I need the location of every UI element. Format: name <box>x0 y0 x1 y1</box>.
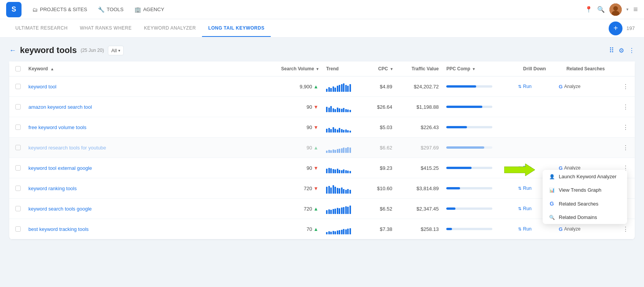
filter-dropdown[interactable]: All ▾ <box>108 46 124 55</box>
keyword-link[interactable]: keyword tool <box>28 84 56 90</box>
row-more-button[interactable]: ⋮ <box>620 83 631 91</box>
row-checkbox[interactable] <box>15 84 21 89</box>
ppc-cell <box>442 219 514 239</box>
header-keyword[interactable]: Keyword ▲ <box>25 61 262 76</box>
ppc-bar-container <box>446 146 492 149</box>
header-cpc[interactable]: CPC ▾ <box>366 61 396 76</box>
run-button[interactable]: ⇅ Run <box>518 226 551 232</box>
columns-icon[interactable]: ⠿ <box>609 46 614 55</box>
trend-chart <box>326 163 362 173</box>
row-checkbox[interactable] <box>15 186 21 191</box>
chevron-down-icon[interactable]: ▾ <box>626 7 629 12</box>
menu-icon[interactable]: ≡ <box>633 5 638 14</box>
logo-button[interactable]: S <box>6 2 22 17</box>
search-icon[interactable]: 🔍 <box>597 6 605 13</box>
run-icon: ⇅ <box>518 227 521 232</box>
analyze-button[interactable]: G Analyze <box>559 226 613 232</box>
ppc-bar-container <box>446 228 492 230</box>
avatar[interactable] <box>609 3 622 16</box>
cpc-cell: $26.64 <box>366 97 396 117</box>
nav-item-projects[interactable]: 🗂 PROJECTS & SITES <box>28 4 92 15</box>
location-icon[interactable]: 📍 <box>585 6 593 13</box>
back-button[interactable]: ← <box>9 46 16 55</box>
row-checkbox-cell <box>9 199 25 219</box>
dropdown-item-related-searches[interactable]: G Related Searches <box>543 197 627 211</box>
trend-up-icon: ▲ <box>313 84 318 90</box>
row-checkbox[interactable] <box>15 145 21 150</box>
settings-icon[interactable]: ⚙ <box>619 47 624 54</box>
tab-what-ranks-where[interactable]: WHAT RANKS WHERE <box>74 20 138 37</box>
keyword-link[interactable]: free keyword volume tools <box>28 124 86 130</box>
keyword-link[interactable]: amazon keyword search tool <box>28 104 92 110</box>
nav-right: 📍 🔍 ▾ ≡ <box>585 3 638 16</box>
keyword-link[interactable]: keyword search tools google <box>28 206 92 212</box>
table-row: free keyword volume tools 90 ▼ $5.03 $22… <box>9 117 635 138</box>
trend-cell <box>322 138 366 158</box>
row-checkbox[interactable] <box>15 226 21 232</box>
keyword-link[interactable]: keyword ranking tools <box>28 186 77 191</box>
trend-down-icon: ▼ <box>313 165 318 171</box>
volume-cell: 720 ▲ <box>262 199 322 219</box>
tab-ultimate-research[interactable]: ULTIMATE RESEARCH <box>9 20 74 37</box>
header-trend: Trend <box>322 61 366 76</box>
header-more <box>616 61 635 76</box>
dropdown-item-view-trends[interactable]: 📊 View Trends Graph <box>543 183 627 197</box>
ppc-bar-fill <box>446 126 467 128</box>
row-checkbox[interactable] <box>15 165 21 171</box>
row-checkbox[interactable] <box>15 206 21 211</box>
run-button[interactable]: ⇅ Run <box>518 84 551 89</box>
more-options-icon[interactable]: ⋮ <box>629 47 635 54</box>
keyword-link[interactable]: keyword research tools for youtube <box>28 145 106 151</box>
ppc-cell <box>442 138 514 158</box>
run-icon: ⇅ <box>518 186 521 191</box>
select-all-checkbox[interactable] <box>15 66 21 71</box>
header-related: Related Searches <box>555 61 616 76</box>
tab-long-tail-keywords[interactable]: LONG TAIL KEYWORDS <box>202 20 271 37</box>
svg-point-1 <box>613 6 618 11</box>
analyze-button[interactable]: G Analyze <box>559 84 613 90</box>
table-row: amazon keyword search tool 90 ▼ $26.64 $… <box>9 97 635 117</box>
cpc-cell: $9.23 <box>366 158 396 178</box>
drill-down-cell: ⇅ Run <box>514 76 555 97</box>
keyword-link[interactable]: keyword tool external google <box>28 165 92 171</box>
filter-chevron-icon: ▾ <box>118 48 120 53</box>
row-checkbox-cell <box>9 97 25 117</box>
table-row: best keyword tracking tools 70 ▲ $7.38 $… <box>9 219 635 239</box>
trend-cell <box>322 219 366 239</box>
trend-chart <box>326 224 362 234</box>
tab-keyword-analyzer[interactable]: KEYWORD ANALYZER <box>138 20 202 37</box>
row-more-button[interactable]: ⋮ <box>620 103 631 111</box>
keyword-cell: keyword ranking tools <box>25 178 262 199</box>
row-more-button[interactable]: ⋮ <box>620 144 631 152</box>
filter-label: All <box>111 48 117 53</box>
row-more-button[interactable]: ⋮ <box>620 123 631 131</box>
projects-icon: 🗂 <box>32 7 38 13</box>
trend-chart <box>326 183 362 194</box>
title-row-right: ⠿ ⚙ ⋮ <box>609 46 635 55</box>
header-volume[interactable]: Search Volume ▾ <box>262 61 322 76</box>
trend-cell <box>322 158 366 178</box>
trend-down-icon: ▼ <box>313 104 318 110</box>
row-checkbox[interactable] <box>15 124 21 130</box>
main-content: ← keyword tools (25 Jun 20) All ▾ ⠿ ⚙ ⋮ <box>0 38 644 287</box>
table-container: Keyword ▲ Search Volume ▾ Trend CPC ▾ Tr… <box>9 61 635 239</box>
dropdown-item-launch-analyzer[interactable]: 👤 Launch Keyword Analyzer <box>543 170 627 183</box>
header-ppc[interactable]: PPC Comp ▾ <box>442 61 514 76</box>
nav-item-agency[interactable]: 🏢 AGENCY <box>130 4 169 15</box>
ppc-cell <box>442 178 514 199</box>
launch-analyzer-icon: 👤 <box>549 174 555 179</box>
ppc-bar-container <box>446 126 492 128</box>
traffic-cell: $2,347.45 <box>396 199 443 219</box>
volume-cell: 9,900 ▲ <box>262 76 322 97</box>
row-checkbox[interactable] <box>15 104 21 109</box>
trend-chart <box>326 101 362 112</box>
cpc-cell: $4.89 <box>366 76 396 97</box>
add-button[interactable]: + <box>609 22 622 35</box>
keyword-cell: keyword tool <box>25 76 262 97</box>
row-more-button[interactable]: ⋮ <box>620 225 631 233</box>
sub-nav-items: ULTIMATE RESEARCH WHAT RANKS WHERE KEYWO… <box>9 20 609 36</box>
nav-item-tools[interactable]: 🔧 TOOLS <box>93 4 128 15</box>
dropdown-item-related-domains[interactable]: 🔍 Related Domains <box>543 211 627 224</box>
keyword-link[interactable]: best keyword tracking tools <box>28 226 89 232</box>
arrow-pointer <box>504 162 535 179</box>
